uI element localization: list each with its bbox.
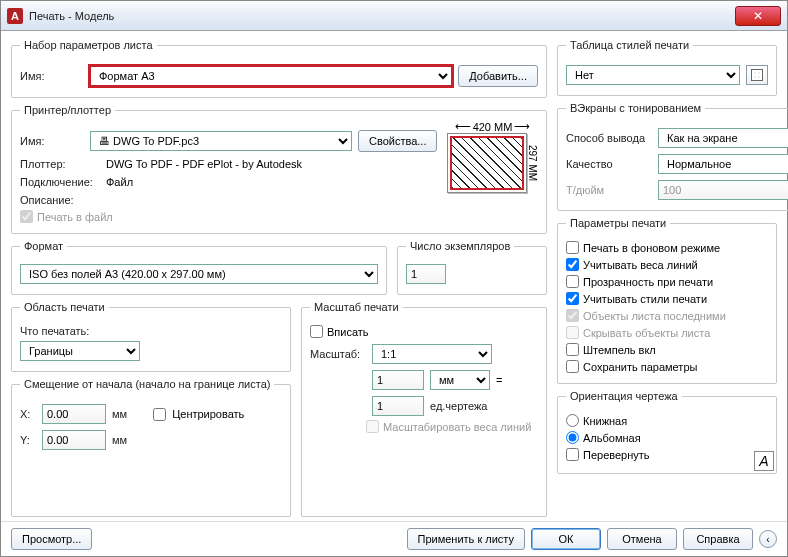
paper-size-legend: Формат [20, 240, 67, 252]
printer-legend: Принтер/плоттер [20, 104, 115, 116]
quality-label: Качество [566, 158, 652, 170]
plot-style-table-legend: Таблица стилей печати [566, 39, 693, 51]
plot-offset-group: Смещение от начала (начало на границе ли… [11, 378, 291, 517]
plot-paperspace-last-checkbox [566, 309, 579, 322]
plot-transparency-checkbox[interactable] [566, 275, 579, 288]
upside-down-checkbox[interactable] [566, 448, 579, 461]
plot-styles-checkbox[interactable] [566, 292, 579, 305]
copies-group: Число экземпляров [397, 240, 547, 295]
printer-name-label: Имя: [20, 135, 84, 147]
quality-select[interactable]: Нормальное [658, 154, 788, 174]
plot-style-edit-button[interactable] [746, 65, 768, 85]
orientation-group: Ориентация чертежа Книжная Альбомная Пер… [557, 390, 777, 474]
what-to-plot-label: Что печатать: [20, 325, 282, 337]
scale-units-label: ед.чертежа [430, 400, 487, 412]
plotter-value: DWG To PDF - PDF ePlot - by Autodesk [106, 158, 302, 170]
center-plot-label: Центрировать [172, 408, 244, 420]
apply-to-layout-button[interactable]: Применить к листу [407, 528, 526, 550]
save-changes-label: Сохранить параметры [583, 361, 697, 373]
scale-lineweights-checkbox [366, 420, 379, 433]
save-changes-checkbox[interactable] [566, 360, 579, 373]
plotter-label: Плоттер: [20, 158, 100, 170]
offset-x-label: X: [20, 408, 36, 420]
paper-size-group: Формат ISO без полей A3 (420.00 x 297.00… [11, 240, 387, 295]
plot-transparency-label: Прозрачность при печати [583, 276, 713, 288]
what-to-plot-select[interactable]: Границы [20, 341, 140, 361]
landscape-label: Альбомная [583, 432, 641, 444]
window-title: Печать - Модель [29, 10, 735, 22]
plot-stamp-label: Штемпель вкл [583, 344, 656, 356]
app-icon: A [7, 8, 23, 24]
plot-scale-group: Масштаб печати Вписать Масштаб: 1:1 мм = [301, 301, 547, 517]
hide-paperspace-label: Скрывать объекты листа [583, 327, 710, 339]
shade-plot-select[interactable]: Как на экране [658, 128, 788, 148]
paper-preview: ⟵420 MM⟶ 297 MM [447, 120, 538, 193]
offset-y-label: Y: [20, 434, 36, 446]
plot-stamp-checkbox[interactable] [566, 343, 579, 356]
print-to-file-label: Печать в файл [37, 211, 113, 223]
dpi-input [658, 180, 788, 200]
connection-value: Файл [106, 176, 133, 188]
description-label: Описание: [20, 194, 100, 206]
plot-area-legend: Область печати [20, 301, 109, 313]
plot-style-table-select[interactable]: Нет [566, 65, 740, 85]
fit-to-paper-label: Вписать [327, 326, 369, 338]
scale-equals: = [496, 374, 502, 386]
orientation-icon: A [754, 451, 774, 471]
scale-label: Масштаб: [310, 348, 366, 360]
offset-x-input[interactable] [42, 404, 106, 424]
plot-background-checkbox[interactable] [566, 241, 579, 254]
plot-paperspace-last-label: Объекты листа последними [583, 310, 726, 322]
shade-plot-label: Способ вывода [566, 132, 652, 144]
plot-lineweights-checkbox[interactable] [566, 258, 579, 271]
center-plot-checkbox[interactable] [153, 408, 166, 421]
add-page-setup-button[interactable]: Добавить... [458, 65, 538, 87]
page-setup-name-select[interactable]: Формат А3 [90, 66, 452, 86]
plot-area-group: Область печати Что печатать: Границы [11, 301, 291, 372]
help-button[interactable]: Справка [683, 528, 753, 550]
connection-label: Подключение: [20, 176, 100, 188]
paper-size-select[interactable]: ISO без полей A3 (420.00 x 297.00 мм) [20, 264, 378, 284]
scale-ratio-select[interactable]: 1:1 [372, 344, 492, 364]
scale-mm-input[interactable] [372, 370, 424, 390]
shaded-viewport-group: ВЭкраны с тонированием Способ вывода Как… [557, 102, 788, 211]
page-setup-group: Набор параметров листа Имя: Формат А3 До… [11, 39, 547, 98]
preview-button[interactable]: Просмотр... [11, 528, 92, 550]
page-setup-name-label: Имя: [20, 70, 84, 82]
titlebar: A Печать - Модель ✕ [1, 1, 787, 31]
plot-scale-legend: Масштаб печати [310, 301, 403, 313]
copies-input[interactable] [406, 264, 446, 284]
print-to-file-checkbox [20, 210, 33, 223]
plot-style-table-group: Таблица стилей печати Нет [557, 39, 777, 96]
offset-y-unit: мм [112, 434, 127, 446]
scale-unit-select[interactable]: мм [430, 370, 490, 390]
offset-y-input[interactable] [42, 430, 106, 450]
shaded-viewport-legend: ВЭкраны с тонированием [566, 102, 705, 114]
plot-offset-legend: Смещение от начала (начало на границе ли… [20, 378, 274, 390]
table-icon [751, 69, 763, 81]
close-button[interactable]: ✕ [735, 6, 781, 26]
plot-styles-label: Учитывать стили печати [583, 293, 707, 305]
collapse-button[interactable]: ‹ [759, 530, 777, 548]
hide-paperspace-checkbox [566, 326, 579, 339]
plot-background-label: Печать в фоновом режиме [583, 242, 720, 254]
printer-properties-button[interactable]: Свойства... [358, 130, 437, 152]
portrait-label: Книжная [583, 415, 627, 427]
upside-down-label: Перевернуть [583, 449, 650, 461]
printer-name-select[interactable]: 🖶 DWG To PDF.pc3 [90, 131, 352, 151]
plot-options-legend: Параметры печати [566, 217, 670, 229]
offset-x-unit: мм [112, 408, 127, 420]
scale-lineweights-label: Масштабировать веса линий [383, 421, 531, 433]
scale-units-input[interactable] [372, 396, 424, 416]
ok-button[interactable]: ОК [531, 528, 601, 550]
portrait-radio[interactable] [566, 414, 579, 427]
page-setup-legend: Набор параметров листа [20, 39, 157, 51]
landscape-radio[interactable] [566, 431, 579, 444]
plot-lineweights-label: Учитывать веса линий [583, 259, 698, 271]
fit-to-paper-checkbox[interactable] [310, 325, 323, 338]
cancel-button[interactable]: Отмена [607, 528, 677, 550]
printer-group: Принтер/плоттер ⟵420 MM⟶ 297 MM Имя: 🖶 D… [11, 104, 547, 234]
plot-options-group: Параметры печати Печать в фоновом режиме… [557, 217, 777, 384]
copies-legend: Число экземпляров [406, 240, 514, 252]
dpi-label: Т/дюйм [566, 184, 652, 196]
